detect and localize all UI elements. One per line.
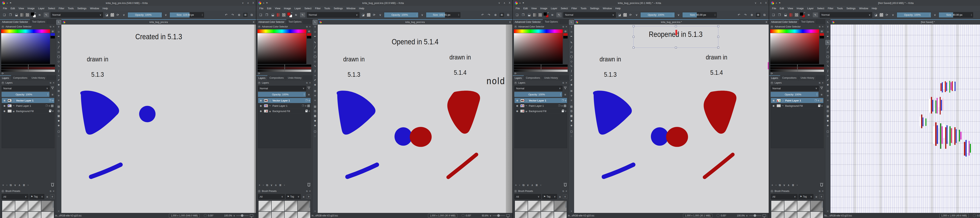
docker-lock-icon[interactable]: [771, 26, 773, 28]
menu-view[interactable]: View: [786, 7, 795, 10]
open-document-button[interactable]: ❐: [521, 13, 525, 17]
gradient-chooser[interactable]: [533, 13, 537, 17]
preserve-alpha-button[interactable]: [623, 13, 627, 17]
docker-lock-icon[interactable]: [258, 26, 261, 28]
docker-lock-icon[interactable]: [258, 190, 261, 192]
tool-freehand-path[interactable]: ≈: [313, 73, 317, 78]
fg-bg-color-widget[interactable]: ↶: [31, 12, 36, 18]
shade-icon[interactable]: ∧: [519, 2, 521, 4]
chevron-down-icon[interactable]: ∨: [891, 13, 895, 17]
alpha-icon[interactable]: α: [309, 99, 310, 102]
tool-freehand-path[interactable]: ≈: [56, 73, 61, 78]
close-docker-icon[interactable]: ✕: [53, 82, 54, 84]
add-layer-button[interactable]: +: [259, 183, 260, 187]
tool-polygon[interactable]: ◇: [569, 59, 574, 64]
menu-window[interactable]: Window: [88, 7, 101, 10]
tag-dropdown[interactable]: ⚑ Tag ∨: [29, 194, 44, 199]
layer-menu-icon[interactable]: ≡: [51, 93, 54, 96]
move-layer-down-button[interactable]: ∨: [270, 183, 272, 187]
tool-select-shapes[interactable]: ↖: [569, 20, 574, 24]
color-slider-3[interactable]: [770, 70, 824, 72]
color-slider-2[interactable]: [770, 67, 824, 69]
canvas[interactable]: Opened in 5.1.4 drawn in5.1.3 drawn in5.…: [318, 24, 512, 213]
duplicate-layer-button[interactable]: ⧉: [779, 183, 781, 187]
tool-edit-shapes[interactable]: ⬦: [826, 29, 830, 34]
visibility-eye-icon[interactable]: ◉: [3, 110, 6, 112]
preset-filter-dropdown[interactable]: All ∨: [771, 194, 797, 199]
duplicate-layer-button[interactable]: ⧉: [266, 183, 268, 187]
chevron-down-icon[interactable]: ∨: [540, 184, 541, 186]
minimize-button[interactable]: ∨: [498, 2, 500, 4]
color-slider-3[interactable]: [1, 70, 55, 72]
chevron-down-icon[interactable]: ∨: [6, 184, 8, 186]
alpha-icon[interactable]: α: [52, 99, 54, 102]
layer-blend-mode-dropdown[interactable]: Normal ∨: [258, 86, 306, 91]
close-docker-icon[interactable]: ✕: [822, 82, 824, 84]
canvas-tab-close-icon[interactable]: X: [765, 21, 767, 24]
tool-multibrush[interactable]: ❖: [56, 83, 61, 87]
menu-layer[interactable]: Layer: [293, 7, 302, 10]
tool-multibrush[interactable]: ❖: [313, 83, 317, 87]
tool-freehand-brush[interactable]: ✎: [826, 40, 830, 45]
menu-select[interactable]: Select: [302, 7, 313, 10]
tag-dropdown[interactable]: ⚑ Tag ∨: [542, 194, 557, 199]
move-layer-down-button[interactable]: ∨: [527, 183, 529, 187]
add-layer-button[interactable]: +: [772, 183, 773, 187]
pattern-chooser[interactable]: [795, 13, 799, 17]
chevron-down-icon[interactable]: ∨: [490, 214, 492, 217]
tool-text[interactable]: T: [569, 25, 574, 29]
tool-polygon[interactable]: ◇: [313, 59, 317, 64]
menu-tools[interactable]: Tools: [579, 7, 588, 10]
float-docker-icon[interactable]: ⧉: [306, 82, 308, 84]
layer-opacity-slider[interactable]: Opacity: 100% ∧∨: [258, 92, 306, 97]
gradient-chooser[interactable]: [277, 13, 280, 17]
add-layer-button[interactable]: +: [2, 183, 4, 187]
pin-icon[interactable]: ⚑: [10, 2, 11, 4]
lock-icon[interactable]: [305, 111, 307, 112]
color-slider-1[interactable]: [258, 64, 311, 67]
menu-select[interactable]: Select: [46, 7, 57, 10]
saturation-value-square[interactable]: [514, 33, 563, 64]
snap-button[interactable]: ⊗: [237, 13, 242, 17]
brush-preset-thumb[interactable]: [285, 201, 298, 211]
opacity-spinbox[interactable]: Opacity: 100% ∧∨: [127, 12, 162, 18]
move-layer-up-button[interactable]: ∧: [531, 183, 533, 187]
canvas-rotation-icon[interactable]: [717, 214, 719, 217]
tool-gradient[interactable]: ▧: [826, 104, 830, 109]
swap-colors-icon[interactable]: ↶: [547, 12, 549, 14]
menu-edit[interactable]: Edit: [9, 7, 17, 10]
preset-menu-icon[interactable]: ≡: [558, 195, 562, 199]
tool-freehand-brush[interactable]: ✎: [569, 40, 574, 45]
zoom-slider[interactable]: [749, 215, 762, 216]
tool-crop[interactable]: ⌗: [56, 98, 61, 103]
visibility-eye-icon[interactable]: ◉: [259, 104, 263, 107]
hue-bar[interactable]: [514, 29, 563, 33]
menu-help[interactable]: Help: [870, 7, 879, 10]
brush-preset-thumb[interactable]: [784, 212, 797, 218]
chevron-down-icon[interactable]: ∨: [746, 214, 748, 217]
brush-editor-button[interactable]: ✎: [300, 12, 305, 18]
menu-file[interactable]: File: [514, 7, 522, 10]
selection-handle[interactable]: [675, 47, 677, 48]
brush-size-spinbox[interactable]: Size: 102.91 px ∧∨: [426, 12, 460, 18]
canvas-tab-close-icon[interactable]: X: [509, 21, 511, 24]
selection-handle[interactable]: [718, 25, 719, 27]
layer-row[interactable]: ◉ ⬓ Background Fill ❐ α: [258, 109, 311, 114]
blend-mode-dropdown[interactable]: Normal ∨: [307, 12, 360, 18]
delete-layer-button[interactable]: [564, 184, 566, 186]
swap-colors-icon[interactable]: ↶: [291, 12, 293, 14]
menu-file[interactable]: File: [770, 7, 778, 10]
menu-layer[interactable]: Layer: [36, 7, 46, 10]
alpha-icon[interactable]: α: [821, 104, 822, 107]
docker-lock-icon[interactable]: [2, 82, 4, 84]
visibility-eye-icon[interactable]: ◉: [259, 110, 263, 112]
float-docker-icon[interactable]: ⧉: [563, 190, 564, 192]
chevron-down-icon[interactable]: ∨: [420, 13, 425, 17]
maximize-button[interactable]: ∧: [247, 2, 249, 4]
layer-row[interactable]: ◉ ↷ Paint Layer 1 ❐ α: [2, 103, 54, 109]
brush-preset-thumb[interactable]: [515, 201, 528, 211]
tool-move[interactable]: ✛: [313, 93, 317, 98]
move-layer-up-button[interactable]: ∧: [788, 183, 789, 187]
close-button[interactable]: X: [765, 2, 767, 4]
brush-preset-thumb[interactable]: [797, 201, 810, 211]
